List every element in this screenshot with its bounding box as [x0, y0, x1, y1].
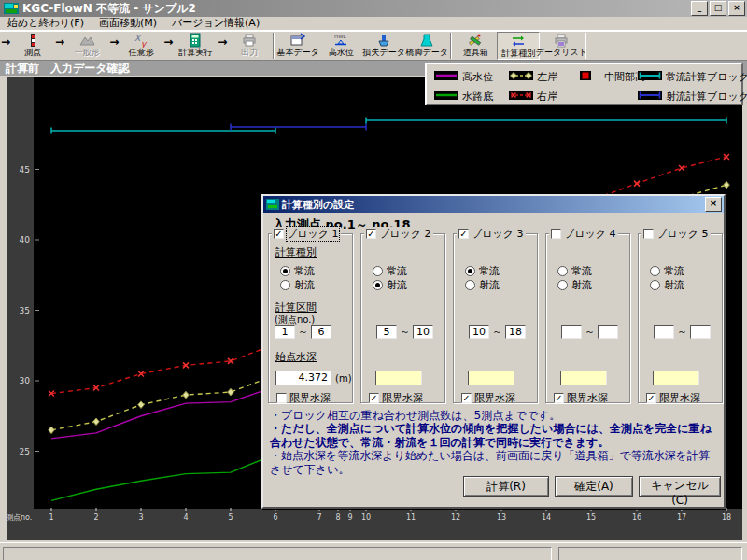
- critical-depth-row: ✓限界水深: [554, 391, 608, 405]
- dialog-title-bar[interactable]: 計算種別の設定 ×: [263, 196, 724, 213]
- x-tick-label: 10: [361, 513, 371, 522]
- toolbar-button-gauge[interactable]: 測点: [11, 32, 54, 60]
- critical-depth-checkbox[interactable]: [276, 393, 287, 403]
- shooting-flow-radio[interactable]: [280, 280, 290, 290]
- critical-depth-label: 限界水深: [382, 391, 423, 405]
- start-depth-input[interactable]: [653, 371, 699, 385]
- pier-data-icon: [418, 33, 435, 48]
- y-tick-label: 35: [20, 306, 30, 315]
- menu-item-1[interactable]: 始めと終わり(F): [0, 17, 92, 30]
- range-to-input[interactable]: [690, 325, 711, 339]
- block-enable-checkbox[interactable]: [643, 229, 654, 239]
- x-tick-label: 1: [49, 513, 53, 522]
- critical-depth-checkbox[interactable]: ✓: [461, 393, 472, 403]
- range-to-input[interactable]: [598, 325, 618, 339]
- block-header: ✓ブロック 3: [457, 227, 526, 241]
- flow-option-row: 常流: [465, 264, 500, 278]
- toolbar-button-mountain: 一般形: [65, 32, 108, 60]
- legend-swatch-square: [576, 71, 600, 83]
- toolbar-separator: [273, 33, 275, 59]
- legend-swatch-x: [509, 91, 533, 103]
- range-from-input[interactable]: 5: [376, 325, 397, 339]
- steady-flow-radio[interactable]: [373, 266, 383, 276]
- status-bar: [0, 542, 747, 560]
- shooting-flow-radio[interactable]: [557, 280, 568, 290]
- toolbar-button-label: 計算種別: [501, 49, 535, 59]
- range-tilde: ～: [400, 325, 410, 339]
- app-window: KGC-FlowN 不等流 - サンプル2 _ □ × 始めと終わり(F)画面移…: [0, 0, 747, 560]
- legend-label: 常流計算ブロック: [666, 70, 747, 84]
- range-to-input[interactable]: 6: [311, 325, 331, 339]
- range-from-input[interactable]: [654, 325, 674, 339]
- x-tick-label: 16: [632, 513, 641, 522]
- start-depth-input[interactable]: [375, 371, 422, 385]
- block-enable-checkbox[interactable]: [551, 229, 561, 239]
- block-enable-checkbox[interactable]: ✓: [366, 229, 376, 239]
- steady-flow-radio[interactable]: [280, 266, 290, 276]
- toolbar-button-calculator[interactable]: 計算実行: [174, 32, 217, 60]
- start-depth-input[interactable]: [468, 371, 514, 385]
- toolbar-button-high-water[interactable]: HWL高水位: [319, 32, 362, 60]
- x-axis-label: 測点no.: [6, 513, 32, 522]
- steady-flow-radio[interactable]: [650, 266, 660, 276]
- critical-depth-checkbox[interactable]: ✓: [554, 393, 564, 403]
- legend-item: 中間部高: [576, 70, 645, 84]
- menu-item-2[interactable]: 画面移動(M): [92, 17, 164, 30]
- toolbar-button-xy[interactable]: Xy任意形: [120, 32, 162, 60]
- shooting-flow-radio[interactable]: [373, 280, 383, 290]
- range-to-input[interactable]: 10: [413, 325, 433, 339]
- shooting-flow-radio[interactable]: [465, 280, 475, 290]
- x-tick-label: 5: [228, 513, 233, 522]
- steady-flow-radio[interactable]: [465, 266, 475, 276]
- x-tick-label: 2: [93, 513, 98, 522]
- start-depth-input[interactable]: 4.372: [275, 371, 331, 385]
- loss-data-icon: [375, 33, 392, 48]
- toolbar-button-label: データリスト: [536, 48, 587, 58]
- block-groupbox-2: ✓ブロック 2常流射流5～10✓限界水深: [360, 233, 445, 403]
- toolbar-button-label: 出力: [241, 48, 258, 58]
- cancel-button[interactable]: キャンセル(C): [639, 476, 721, 497]
- legend-swatch-diamond: [509, 71, 533, 83]
- title-bar[interactable]: KGC-FlowN 不等流 - サンプル2 _ □ ×: [0, 0, 747, 17]
- confirm-button[interactable]: 確定(A): [555, 476, 633, 497]
- range-tilde: ～: [585, 325, 595, 339]
- close-button[interactable]: ×: [728, 1, 745, 16]
- x-tick-label: 7: [317, 513, 321, 522]
- steady-flow-radio[interactable]: [557, 266, 568, 276]
- start-depth-input[interactable]: [560, 371, 607, 385]
- range-to-input[interactable]: 18: [505, 325, 526, 339]
- x-tick-label: 15: [586, 513, 596, 522]
- toolbar-button-toolbox[interactable]: 道具箱: [454, 32, 497, 60]
- minimize-button[interactable]: _: [691, 1, 708, 16]
- toolbar-button-basic-data[interactable]: 基本データ: [276, 32, 319, 60]
- view-header-title: 計算前 入力データ確認: [6, 62, 130, 75]
- menu-item-3[interactable]: バージョン情報(A): [164, 17, 267, 30]
- flow-option-label: 常流: [387, 264, 407, 278]
- critical-depth-checkbox[interactable]: ✓: [646, 393, 656, 403]
- toolbar-button-label: 基本データ: [277, 48, 319, 58]
- block-enable-checkbox[interactable]: ✓: [458, 229, 469, 239]
- block-header: ✓ブロック 2: [364, 227, 433, 241]
- toolbar-button-pier-data[interactable]: 橋脚データ: [405, 32, 448, 60]
- toolbar-button-data-list[interactable]: データリスト: [540, 32, 583, 60]
- maximize-button[interactable]: □: [710, 1, 726, 16]
- shooting-flow-radio[interactable]: [650, 280, 660, 290]
- critical-depth-checkbox[interactable]: ✓: [369, 393, 379, 403]
- dialog-close-button[interactable]: ×: [705, 197, 722, 212]
- x-tick-label: 6: [273, 513, 277, 522]
- toolbar-button-loss-data[interactable]: 損失データ: [362, 32, 405, 60]
- toolbar-button-calc-type[interactable]: 計算種別: [497, 32, 540, 60]
- range-from-input[interactable]: 1: [275, 325, 295, 339]
- x-tick-label: 13: [497, 513, 506, 522]
- block-enable-checkbox[interactable]: ✓: [274, 229, 284, 239]
- calc-button[interactable]: 計算(R): [463, 476, 549, 497]
- legend-item: 射流計算ブロック: [638, 90, 747, 104]
- flow-option-label: 射流: [387, 278, 407, 292]
- block-groupbox-5: ブロック 5常流射流～✓限界水深: [638, 233, 723, 403]
- critical-depth-row: 限界水深: [276, 391, 331, 405]
- x-tick-label: 11: [406, 513, 416, 522]
- range-from-input[interactable]: 10: [469, 325, 489, 339]
- high-water-icon: HWL: [332, 33, 349, 48]
- range-from-input[interactable]: [561, 325, 582, 339]
- legend-swatch-solid: [434, 71, 458, 83]
